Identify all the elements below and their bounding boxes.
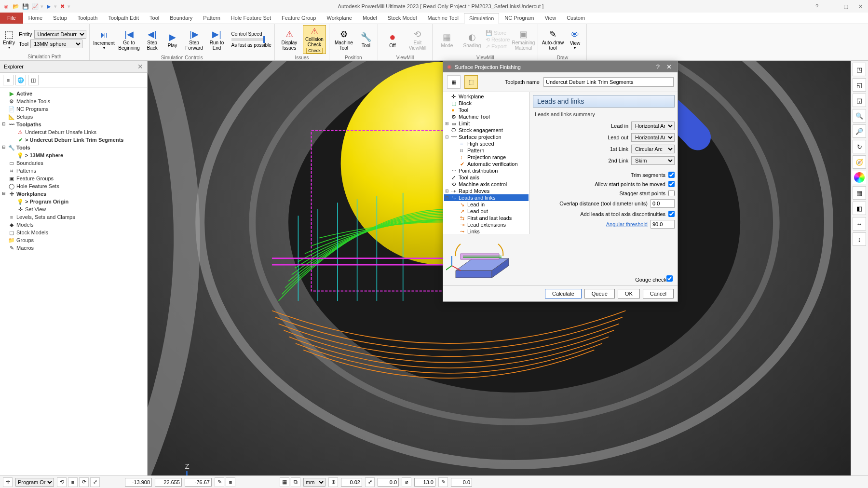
tab-boundary[interactable]: Boundary xyxy=(164,13,198,24)
stagger-checkbox[interactable] xyxy=(668,190,675,196)
tab-feature-group[interactable]: Feature Group xyxy=(276,13,322,24)
sb-x[interactable] xyxy=(125,478,152,487)
angular-threshold-link[interactable]: Angular threshold xyxy=(606,221,648,227)
sb-s2-icon[interactable]: ⌀ xyxy=(402,477,411,487)
tab-machine-tool[interactable]: Machine Tool xyxy=(422,13,464,24)
entity-select[interactable]: Undercut Deburr Link Tr xyxy=(34,30,86,39)
dialog-tree-item[interactable]: ✛Workplane xyxy=(444,93,529,100)
help-icon[interactable]: ? xyxy=(811,1,823,11)
dialog-tree-item[interactable]: ⤢Tool axis xyxy=(444,174,529,181)
tree-node[interactable]: 💡> Program Origin xyxy=(8,198,146,205)
gouge-check-checkbox[interactable] xyxy=(666,275,673,282)
maximize-button[interactable]: ▢ xyxy=(840,1,852,11)
tree-node[interactable]: 📁Groups xyxy=(1,236,146,244)
dialog-tree-item[interactable]: ↕Projection range xyxy=(453,154,529,161)
sb-btn8[interactable]: ▦ xyxy=(280,477,289,487)
tree-node[interactable]: 📄NC Programs xyxy=(1,105,146,113)
tree-node[interactable]: ⊟✛Workplanes xyxy=(1,190,146,198)
lead-in-select[interactable]: Horizontal Arc xyxy=(631,122,675,130)
add-leads-checkbox[interactable] xyxy=(668,211,675,217)
goto-beginning-button[interactable]: |◀Go to Beginning xyxy=(118,25,141,54)
angular-threshold-input[interactable] xyxy=(651,220,675,229)
tab-nc-program[interactable]: NC Program xyxy=(499,13,539,24)
tree-node[interactable]: ▣Feature Groups xyxy=(1,175,146,182)
dialog-tree-item[interactable]: ●Tool xyxy=(444,107,529,113)
sb-btn9[interactable]: ⧉ xyxy=(291,477,300,487)
autodraw-button[interactable]: ✎Auto-draw tool xyxy=(541,25,564,54)
cancel-button[interactable]: Cancel xyxy=(643,289,674,298)
increment-button[interactable]: ⏯Increment▾ xyxy=(93,25,116,54)
sb-btn1[interactable]: ✛ xyxy=(3,477,13,487)
right-tool-9[interactable]: ◧ xyxy=(853,202,866,215)
dialog-tree-item[interactable]: ↗Lead out xyxy=(453,208,529,215)
tree-node[interactable]: ▭Boundaries xyxy=(1,159,146,167)
form-icon[interactable]: ✖ xyxy=(58,2,67,11)
tree-node[interactable]: 💡> 13MM sphere xyxy=(8,151,146,159)
tree-node[interactable]: ✎Macros xyxy=(1,244,146,252)
tab-custom[interactable]: Custom xyxy=(561,13,590,24)
dialog-tree-item[interactable]: ⋯Point distribution xyxy=(444,167,529,174)
queue-button[interactable]: Queue xyxy=(584,289,615,298)
display-issues-button[interactable]: ⚠Display Issues xyxy=(278,25,301,54)
step-forward-button[interactable]: |▶Step Forward xyxy=(183,25,205,54)
dialog-tree-item[interactable]: ⤳Links xyxy=(453,228,529,234)
sb-tol-icon[interactable]: ⊕ xyxy=(328,477,338,487)
collision-check-button[interactable]: ⚠Collision CheckCheck xyxy=(303,25,326,54)
dialog-tree-item[interactable]: ⟲Machine axis control xyxy=(444,181,529,188)
sb-y[interactable] xyxy=(155,478,182,487)
tab-hole-feature-set[interactable]: Hole Feature Set xyxy=(226,13,276,24)
sb-s1-icon[interactable]: ⤢ xyxy=(365,477,375,487)
tab-home[interactable]: Home xyxy=(23,13,48,24)
tab-model[interactable]: Model xyxy=(357,13,382,24)
graph-icon[interactable]: 📈 xyxy=(31,2,40,11)
right-tool-3[interactable]: 🔍 xyxy=(853,109,866,122)
sb-btn6[interactable]: ✎ xyxy=(215,477,224,487)
dialog-tree-item[interactable]: ⎔Stock engagement xyxy=(444,127,529,134)
tree-node[interactable]: ⚙Machine Tools xyxy=(1,97,146,105)
play-icon[interactable]: ▶ xyxy=(44,2,53,11)
trim-segments-checkbox[interactable] xyxy=(668,172,675,178)
overlap-input[interactable] xyxy=(651,199,675,208)
dialog-tree-item[interactable]: ≡High speed xyxy=(453,140,529,147)
dialog-tree-item[interactable]: ⚙Machine Tool xyxy=(444,113,529,120)
dialog-tree-item[interactable]: ⇥Lead extensions xyxy=(453,221,529,228)
toolpath-name-input[interactable] xyxy=(543,77,674,87)
save-icon[interactable]: 💾 xyxy=(21,2,30,11)
tree-node[interactable]: ⊟🔧Tools xyxy=(1,144,146,151)
second-link-select[interactable]: Skim xyxy=(631,156,675,165)
machine-tool-pos-button[interactable]: ⚙Machine Tool xyxy=(332,25,355,54)
dialog-tree-item[interactable]: ✔Automatic verification xyxy=(453,161,529,167)
tree-node[interactable]: ▢Stock Models xyxy=(1,229,146,236)
sb-btn7[interactable]: ≡ xyxy=(226,477,235,487)
right-tool-6[interactable]: 🧭 xyxy=(853,155,866,169)
sb-s2[interactable] xyxy=(414,478,435,487)
sb-z[interactable] xyxy=(185,478,212,487)
allow-start-checkbox[interactable] xyxy=(668,181,675,187)
tab-pattern[interactable]: Pattern xyxy=(198,13,225,24)
dialog-help-button[interactable]: ? xyxy=(654,63,662,70)
right-tool-4[interactable]: 🔎 xyxy=(853,124,866,138)
first-link-select[interactable]: Circular Arc xyxy=(631,145,675,153)
dialog-tree-item[interactable]: ⊞⇢Rapid Moves xyxy=(444,188,529,194)
ok-button[interactable]: OK xyxy=(618,289,640,298)
dialog-tbicon-2[interactable]: ⬚ xyxy=(464,75,478,89)
tab-toolpath-edit[interactable]: Toolpath Edit xyxy=(103,13,144,24)
dialog-tree-item[interactable]: ⇆First and last leads xyxy=(453,215,529,221)
play-button[interactable]: ▶Play xyxy=(164,25,181,54)
sb-btn2[interactable]: ⟲ xyxy=(57,477,67,487)
run-to-end-button[interactable]: ▶|Run to End xyxy=(207,25,227,54)
dialog-close-button[interactable]: ✕ xyxy=(665,63,674,70)
lead-out-select[interactable]: Horizontal Arc xyxy=(631,133,675,142)
right-tool-10[interactable]: ↔ xyxy=(853,217,866,230)
right-tool-8[interactable]: ▦ xyxy=(853,186,866,200)
calculate-button[interactable]: Calculate xyxy=(545,289,582,298)
dialog-tree-item[interactable]: ⊞▭Limit xyxy=(444,120,529,127)
sb-btn5[interactable]: ⤢ xyxy=(90,477,100,487)
viewmill-off-button[interactable]: ●Off xyxy=(381,25,404,54)
tool-select[interactable]: 13MM sphere xyxy=(30,40,82,48)
right-tool-1[interactable]: ◱ xyxy=(853,78,866,92)
right-tool-5[interactable]: ↻ xyxy=(853,140,866,153)
sb-btn3[interactable]: ≡ xyxy=(68,477,78,487)
tree-node[interactable]: ⌗Patterns xyxy=(1,167,146,175)
tree-node[interactable]: ◆Models xyxy=(1,221,146,229)
